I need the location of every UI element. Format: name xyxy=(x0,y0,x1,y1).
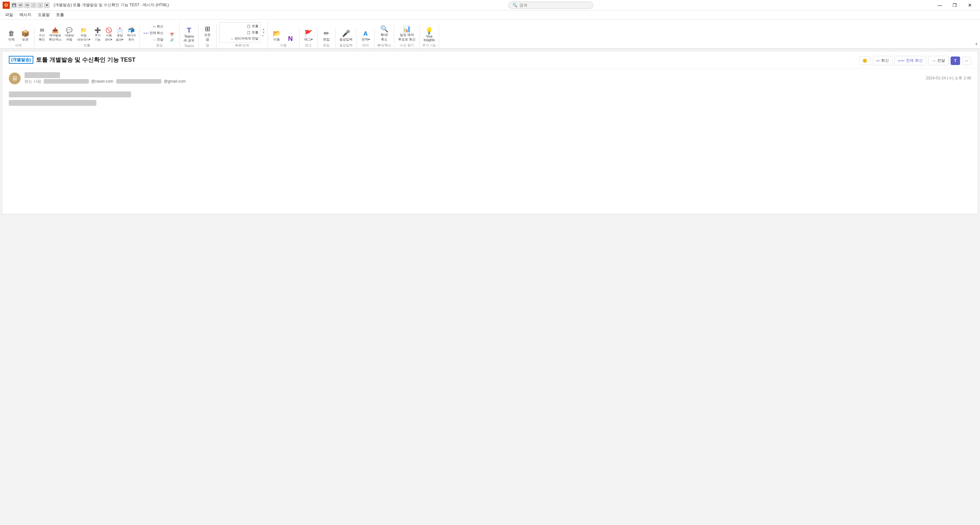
tottle1-button[interactable]: 📋 토틀 xyxy=(220,23,259,29)
viva-insights-button[interactable]: 💡 VivaInsights xyxy=(422,27,436,43)
spam-label: 스팸관리▾ xyxy=(105,33,112,42)
customize-button[interactable]: ▾ xyxy=(44,2,50,8)
schedule-cancel-button[interactable]: 📤 예약발송확인/취소 xyxy=(48,27,63,43)
delete-button[interactable]: 🗑 삭제 xyxy=(5,29,18,43)
redo-button[interactable]: ↪ xyxy=(24,2,30,8)
add-feature-button[interactable]: ➕ 추가기능 xyxy=(93,27,103,43)
ribbon: 🗑 삭제 📦 보관 삭제 ✉ 수신확인 📤 예약발송확인/취소 💬 대응담부함 xyxy=(0,20,980,49)
tottle2-button[interactable]: 📋 토틀 xyxy=(220,29,259,35)
tag-button[interactable]: 🚩 태그▾ xyxy=(302,29,315,43)
move-group-buttons: 📂 이동 N xyxy=(270,29,297,43)
ribbon-group-tottle: ✉ 수신확인 📤 예약발송확인/취소 💬 대응담부함 📁 파일내보내기▾ ➕ 추… xyxy=(34,26,140,48)
ribbon-group-language: A 번역▾ 언어 xyxy=(357,29,375,48)
schedule-vote-button[interactable]: 📊 일정 예약투표로 회신 xyxy=(397,25,417,43)
forward-button[interactable]: → 전달 xyxy=(142,37,165,43)
down-button[interactable]: ↓ xyxy=(37,2,43,8)
recipient-1-domain: @naver.com xyxy=(91,79,113,84)
move-button[interactable]: 📂 이동 xyxy=(270,29,283,43)
share-button[interactable]: 🔗 xyxy=(167,38,177,43)
teams-icon: T xyxy=(187,27,191,34)
search-box[interactable]: 🔍 xyxy=(508,2,593,9)
reply-button[interactable]: ↩ 회신 xyxy=(142,24,165,29)
emoji-reaction-button[interactable]: 🙂 xyxy=(859,57,871,65)
file-export-icon: 📁 xyxy=(80,28,87,33)
onenote-button[interactable]: N xyxy=(284,35,297,43)
delete-icon: 🗑 xyxy=(8,30,15,37)
up-button[interactable]: ↑ xyxy=(31,2,37,8)
maximize-button[interactable]: ❐ xyxy=(947,0,963,10)
quick-reply-button[interactable]: ↩ 회신 xyxy=(873,56,892,65)
add-feature-icon: ➕ xyxy=(94,28,101,33)
quick-forward-button[interactable]: → 전달 xyxy=(928,56,949,65)
menu-file[interactable]: 파일 xyxy=(3,11,16,19)
language-group-buttons: A 번역▾ xyxy=(360,30,372,43)
undo-button[interactable]: ↩ xyxy=(18,2,24,8)
ribbon-group-move: 📂 이동 N 이동 xyxy=(268,28,299,48)
file-export-button[interactable]: 📁 파일내보내기▾ xyxy=(76,27,91,43)
translate-icon: A xyxy=(364,31,368,37)
ribbon-group-delete: 🗑 삭제 📦 보관 삭제 xyxy=(3,28,34,48)
reply-template-button[interactable]: 💬 대응담부함 xyxy=(64,27,75,43)
edit-group-buttons: ✏ 편집 xyxy=(320,29,332,43)
reply-options-label: 응답옵션▾ xyxy=(116,33,124,42)
forward-label: 전달 xyxy=(157,37,163,42)
all-apps-label: 모든앱 xyxy=(204,33,211,42)
save-button[interactable]: 💾 xyxy=(11,2,17,8)
spam-button[interactable]: 🚫 스팸관리▾ xyxy=(104,27,114,43)
scroll-up-icon[interactable]: ▲ xyxy=(262,28,265,31)
edit-label: 편집 xyxy=(323,37,329,42)
teams-share-button[interactable]: T Teams에 공유 xyxy=(182,26,196,43)
minimize-button[interactable]: — xyxy=(932,0,947,10)
window-title: (개별발송) 토틀 개별발송 및 수신확인 기능 TEST - 메시지 (HTM… xyxy=(54,2,169,8)
zoom-group-buttons: 🔍 확대/축소 xyxy=(378,25,390,43)
quick-reply-all-label: 전체 회신 xyxy=(906,58,923,64)
move-icon: 📂 xyxy=(273,30,281,37)
reply-all-icon: ↩↩ xyxy=(143,31,149,35)
body-line-1-blurred: 안녕하세요 토틀입니다 xyxy=(9,91,131,97)
search-input[interactable] xyxy=(519,3,589,8)
menu-message[interactable]: 메시지 xyxy=(17,11,34,19)
teams-group-buttons: T Teams에 공유 xyxy=(182,26,196,43)
reply-template-label: 대응담부함 xyxy=(65,33,74,42)
delete-group-buttons: 🗑 삭제 📦 보관 xyxy=(5,29,31,43)
admin-forward-button[interactable]: → 관리자에게 전달 xyxy=(220,36,259,41)
archive-button[interactable]: 📦 보관 xyxy=(19,29,31,43)
schedule-group-label: 시간 찾기 xyxy=(400,43,414,48)
recipients-label: 받는 사람 xyxy=(24,79,41,84)
ribbon-group-schedule: 📊 일정 예약투표로 회신 시간 찾기 xyxy=(394,24,420,48)
ribbon-expand-button[interactable]: ▾ xyxy=(975,42,977,46)
quick-reply-all-icon: ↩↩ xyxy=(898,59,905,63)
menu-help[interactable]: 도움말 xyxy=(35,11,52,19)
scroll-down-icon[interactable]: ▼ xyxy=(262,31,265,34)
reply-options-button[interactable]: 📩 응답옵션▾ xyxy=(115,27,125,43)
viva-insights-icon: 💡 xyxy=(425,27,433,34)
quick-steps-scroll[interactable]: ▲ ▼ ▾ xyxy=(262,28,265,37)
dictate-group-buttons: 🎤 음성입력 xyxy=(338,29,354,43)
email-meta: 김 김○○ 받는 사람 xxx @naver.com xxx @gmail.co… xyxy=(2,69,978,88)
quick-reply-icon: ↩ xyxy=(877,59,880,63)
zoom-button[interactable]: 🔍 확대/축소 xyxy=(378,25,390,43)
calendar-button[interactable]: 📅 xyxy=(167,32,177,37)
quick-teams-button[interactable]: T xyxy=(951,57,960,65)
tottle1-icon: 📋 xyxy=(247,24,251,28)
search-icon: 🔍 xyxy=(512,3,517,8)
confirm-receive-button[interactable]: ✉ 수신확인 xyxy=(37,27,47,43)
message-recall-button[interactable]: 📬 메시지회수 xyxy=(126,27,137,43)
emoji-icon: 🙂 xyxy=(862,59,867,63)
all-apps-button[interactable]: ⊞ 모든앱 xyxy=(201,25,214,43)
viva-insights-label: VivaInsights xyxy=(424,35,435,42)
calendar-icon: 📅 xyxy=(170,33,174,36)
email-sender-info: 김○○ 받는 사람 xxx @naver.com xxx @gmail.com xyxy=(24,72,922,84)
edit-button[interactable]: ✏ 편집 xyxy=(320,29,332,43)
menu-tottle[interactable]: 토틀 xyxy=(54,11,67,19)
more-actions-button[interactable]: ··· xyxy=(962,57,971,65)
dictate-button[interactable]: 🎤 음성입력 xyxy=(338,29,354,43)
close-button[interactable]: ✕ xyxy=(963,0,977,10)
sender-avatar: 김 xyxy=(9,73,21,84)
quick-reply-all-button[interactable]: ↩↩ 전체 회신 xyxy=(894,56,926,65)
reply-all-button[interactable]: ↩↩ 전체 회신 xyxy=(142,30,165,36)
ribbon-group-tags: 🚩 태그▾ 태그 xyxy=(299,28,318,48)
expand-icon[interactable]: ▾ xyxy=(262,34,265,37)
tag-label: 태그▾ xyxy=(304,37,313,42)
translate-button[interactable]: A 번역▾ xyxy=(360,30,372,43)
